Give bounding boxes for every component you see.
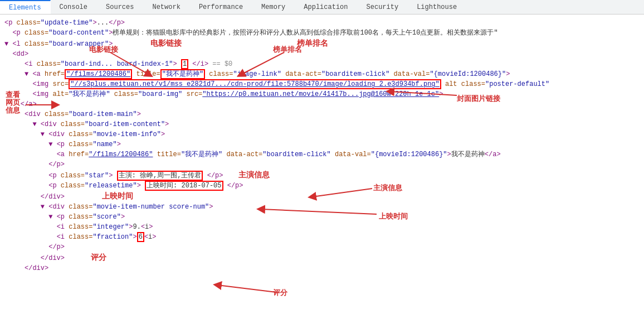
html-line-16: <p class="star"> 主演: 徐峥,周一围,王传君 </p> 主演信… (4, 170, 640, 181)
annotation-movie-link: 电影链接 (150, 38, 182, 47)
annotation-rank: 榜单排名 (297, 38, 328, 47)
html-line-5: <i class="board-ind... board-index-1"> 1… (4, 59, 640, 69)
svg-line-11 (217, 285, 276, 292)
tab-lighthouse[interactable]: Lighthouse (408, 0, 466, 14)
html-line-20: ▼ <p class="score"> (4, 212, 640, 222)
html-line-7: <img src="//s3plus.meituan.net/v1/mss_e2… (4, 79, 640, 89)
tab-memory[interactable]: Memory (252, 0, 295, 14)
tab-elements[interactable]: Elements (0, 0, 51, 14)
html-line-9: </a> (4, 99, 640, 109)
main-content: <p class="update-time">...</p> <p class=… (0, 15, 644, 309)
tab-performance[interactable]: Performance (190, 0, 252, 14)
tab-application[interactable]: Application (295, 0, 357, 14)
html-line-15: </p> (4, 160, 640, 170)
html-line-25: </div> (4, 263, 640, 273)
html-line-24: </div> 评分 (4, 252, 640, 263)
tab-security[interactable]: Security (358, 0, 408, 14)
tab-console[interactable]: Console (51, 0, 97, 14)
html-line-1: <p class="update-time">...</p> (4, 18, 640, 28)
annotation-actor: 主演信息 (238, 170, 270, 179)
html-line-22: <i class="fraction">6<i> (4, 232, 640, 242)
tab-bar: Elements Console Sources Network Perform… (0, 0, 644, 15)
html-line-23: </p> (4, 242, 640, 252)
html-line-3: ▼ <l class="board-wrapper"> 电影链接 榜单排名 (4, 38, 640, 49)
annotation-rating: 评分 (91, 253, 106, 262)
html-line-18: </div> 上映时间 (4, 191, 640, 202)
html-line-13: ▼ <p class="name"> (4, 139, 640, 149)
html-line-10: <div class="board-item-main"> (4, 109, 640, 119)
html-line-19: ▼ <div class="movie-item-number score-nu… (4, 202, 640, 212)
html-line-4: <dd> (4, 49, 640, 59)
html-line-14: <a href="/films/1200486" title="我不是药神" d… (4, 149, 640, 160)
html-line-17: <p class="releasetime"> 上映时间: 2018-07-05… (4, 181, 640, 191)
html-line-11: ▼ <div class="board-item-content"> (4, 119, 640, 129)
html-line-21: <i class="integer">9.<i> (4, 222, 640, 232)
annotation-release: 上映时间 (102, 191, 133, 200)
html-line-2: <p class="board-content">榜单规则：将猫眼电影库中的经典… (4, 28, 640, 38)
tab-sources[interactable]: Sources (97, 0, 143, 14)
html-line-12: ▼ <div class="movie-item-info"> (4, 129, 640, 139)
html-line-8: <img alt="我不是药神" class="board-img" src="… (4, 89, 640, 99)
html-line-6: ▼ <a href="/films/1200486" title="我不是药神"… (4, 69, 640, 79)
tab-network[interactable]: Network (143, 0, 189, 14)
svg-text:评分: 评分 (273, 288, 288, 297)
